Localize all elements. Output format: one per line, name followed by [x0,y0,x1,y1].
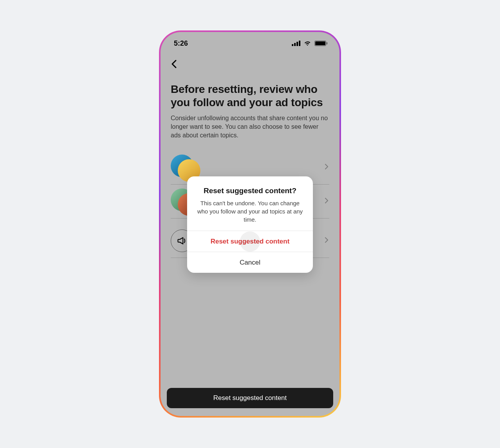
button-label: Reset suggested content [211,238,289,245]
status-bar: 5:26 [161,32,339,52]
button-label: Reset suggested content [213,394,287,402]
dialog-cancel-button[interactable]: Cancel [187,252,313,273]
avatar-stack [171,156,198,179]
chevron-right-icon [325,236,329,245]
confirm-reset-dialog: Reset suggested content? This can't be u… [187,176,313,273]
dialog-title: Reset suggested content? [196,187,304,195]
cellular-signal-icon [292,41,300,46]
wifi-icon [304,41,311,46]
dialog-confirm-button[interactable]: Reset suggested content [187,231,313,252]
dialog-body: This can't be undone. You can change who… [196,199,304,224]
page-title: Before resetting, review who you follow … [171,83,329,109]
back-button[interactable] [168,58,180,70]
reset-suggested-content-button[interactable]: Reset suggested content [167,388,333,408]
phone-frame: Before resetting, review who you follow … [159,30,341,418]
chevron-right-icon [325,163,329,172]
page-subtitle: Consider unfollowing accounts that share… [171,114,329,140]
battery-icon [314,41,326,46]
button-label: Cancel [240,259,261,267]
chevron-right-icon [325,197,329,206]
chevron-left-icon [171,60,177,68]
status-time: 5:26 [174,39,188,48]
phone-screen: Before resetting, review who you follow … [161,32,339,416]
